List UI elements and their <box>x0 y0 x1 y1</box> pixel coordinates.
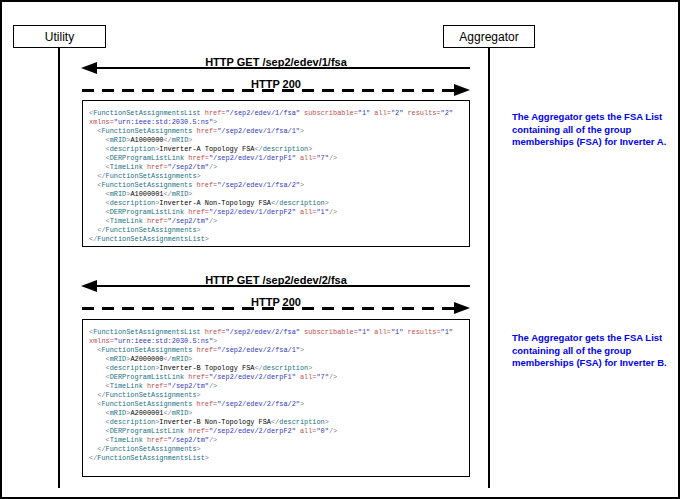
actor-label-utility: Utility <box>45 30 74 44</box>
actor-box-utility: Utility <box>13 25 106 48</box>
note-inverter-b: The Aggregator gets the FSA List contain… <box>512 332 680 370</box>
response-arrow-line-2 <box>82 307 456 310</box>
note-inverter-a: The Aggregator gets the FSA List contain… <box>512 111 680 149</box>
actor-label-aggregator: Aggregator <box>459 30 518 44</box>
lifeline-aggregator <box>488 48 490 488</box>
xml-code-block-1: <FunctionSetAssignmentsList href="/sep2/… <box>82 100 470 247</box>
xml-code-block-2: <FunctionSetAssignmentsList href="/sep2/… <box>82 319 470 477</box>
request-arrowhead-left-icon <box>81 280 97 292</box>
lifeline-utility <box>58 48 60 488</box>
request-arrowhead-left-icon <box>81 62 97 74</box>
sequence-diagram-canvas: Utility Aggregator HTTP GET /sep2/edev/1… <box>0 0 680 499</box>
response-arrow-line-1 <box>82 89 456 92</box>
actor-box-aggregator: Aggregator <box>443 25 535 48</box>
response-arrowhead-right-icon <box>454 302 470 314</box>
response-arrowhead-right-icon <box>454 84 470 96</box>
request-arrow-line-1 <box>95 67 470 69</box>
request-arrow-line-2 <box>95 285 470 287</box>
